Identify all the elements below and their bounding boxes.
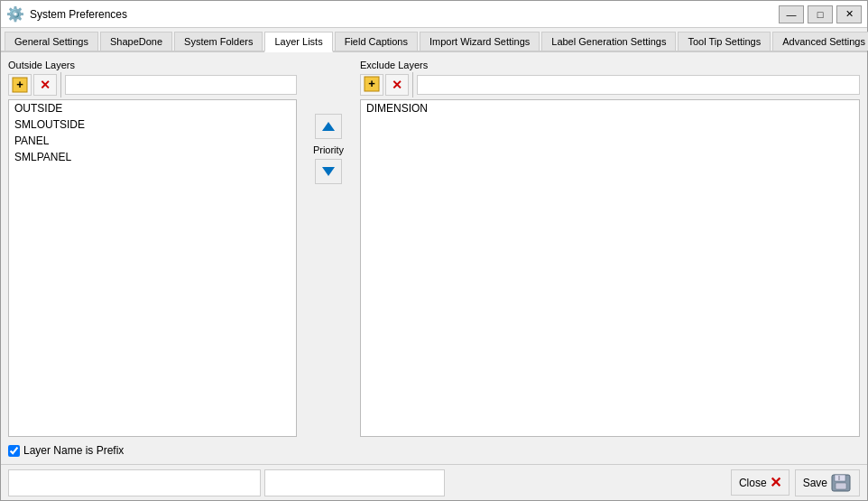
tab-general[interactable]: General Settings bbox=[5, 32, 98, 51]
add-exclude-layer-icon: + bbox=[364, 76, 380, 92]
checkbox-row: Layer Name is Prefix bbox=[8, 444, 860, 457]
minimize-button[interactable]: — bbox=[779, 5, 804, 23]
close-button[interactable]: Close ✕ bbox=[731, 469, 790, 496]
layer-name-prefix-checkbox[interactable] bbox=[8, 445, 20, 457]
svg-rect-6 bbox=[836, 483, 846, 489]
content-area: Outside Layers + ✕ bbox=[1, 52, 867, 464]
add-layer-icon: + bbox=[12, 77, 28, 93]
outside-layers-list[interactable]: OUTSIDE SMLOUTSIDE PANEL SMLPANEL bbox=[8, 99, 297, 437]
exclude-layers-list[interactable]: DIMENSION bbox=[360, 99, 860, 437]
close-window-button[interactable]: ✕ bbox=[836, 5, 862, 23]
list-item[interactable]: OUTSIDE bbox=[9, 100, 296, 116]
status-bar: Close ✕ Save bbox=[1, 464, 867, 500]
title-bar-left: ⚙️ System Preferences bbox=[6, 5, 127, 23]
tab-shapedone[interactable]: ShapeDone bbox=[100, 32, 172, 51]
up-arrow-icon bbox=[322, 122, 335, 131]
exclude-layers-input[interactable] bbox=[417, 75, 860, 95]
exclude-layers-panel: Exclude Layers + ✕ bbox=[360, 60, 860, 437]
main-window: ⚙️ System Preferences — □ ✕ General Sett… bbox=[0, 0, 868, 501]
save-button[interactable]: Save bbox=[795, 469, 860, 496]
window-title: System Preferences bbox=[30, 8, 127, 21]
svg-text:+: + bbox=[368, 77, 375, 90]
tab-importwizard[interactable]: Import Wizard Settings bbox=[420, 32, 540, 51]
status-segment-1 bbox=[8, 469, 261, 496]
tab-layerlists[interactable]: Layer Lists bbox=[264, 32, 332, 52]
save-disk-icon bbox=[830, 474, 852, 492]
close-x-icon: ✕ bbox=[770, 474, 781, 491]
layer-name-prefix-label[interactable]: Layer Name is Prefix bbox=[23, 444, 124, 457]
status-segment-2 bbox=[264, 469, 445, 496]
svg-rect-7 bbox=[838, 476, 840, 480]
exclude-toolbar-divider bbox=[412, 72, 413, 97]
maximize-button[interactable]: □ bbox=[808, 5, 833, 23]
down-arrow-icon bbox=[322, 167, 335, 176]
tab-sysfolders[interactable]: System Folders bbox=[174, 32, 263, 51]
close-label: Close bbox=[739, 477, 767, 489]
outside-layers-input[interactable] bbox=[65, 75, 297, 95]
outside-layers-add-button[interactable]: + bbox=[8, 74, 32, 96]
outside-layers-remove-button[interactable]: ✕ bbox=[33, 74, 57, 96]
svg-text:+: + bbox=[16, 78, 23, 91]
remove-exclude-icon: ✕ bbox=[392, 78, 402, 92]
tab-advanced[interactable]: Advanced Settings bbox=[772, 32, 868, 51]
priority-panel: Priority bbox=[297, 60, 360, 437]
title-bar: ⚙️ System Preferences — □ ✕ bbox=[1, 1, 867, 28]
outside-layers-label: Outside Layers bbox=[8, 60, 297, 70]
remove-icon: ✕ bbox=[40, 78, 51, 92]
save-label: Save bbox=[803, 477, 827, 489]
exclude-layers-remove-button[interactable]: ✕ bbox=[385, 74, 409, 96]
outside-layers-toolbar: + ✕ bbox=[8, 72, 297, 97]
tab-labelgen[interactable]: Label Generation Settings bbox=[541, 32, 676, 51]
outside-layers-panel: Outside Layers + ✕ bbox=[8, 60, 297, 437]
add-icon: + bbox=[12, 77, 28, 93]
list-item[interactable]: PANEL bbox=[9, 133, 296, 149]
priority-down-button[interactable] bbox=[315, 159, 342, 184]
panels-row: Outside Layers + ✕ bbox=[8, 60, 860, 437]
app-icon: ⚙️ bbox=[6, 5, 24, 23]
toolbar-divider bbox=[60, 72, 61, 97]
add-exclude-icon: + bbox=[364, 76, 380, 95]
list-item[interactable]: SMLPANEL bbox=[9, 149, 296, 165]
tabs-bar: General Settings ShapeDone System Folder… bbox=[1, 28, 867, 52]
priority-up-button[interactable] bbox=[315, 114, 342, 139]
tab-tooltip[interactable]: Tool Tip Settings bbox=[678, 32, 771, 51]
tab-fieldcaptions[interactable]: Field Captions bbox=[335, 32, 418, 51]
exclude-layers-toolbar: + ✕ bbox=[360, 72, 860, 97]
floppy-disk-icon bbox=[830, 474, 852, 492]
list-item[interactable]: DIMENSION bbox=[361, 100, 859, 116]
title-bar-controls: — □ ✕ bbox=[779, 5, 862, 23]
status-segments bbox=[8, 469, 725, 496]
exclude-layers-add-button[interactable]: + bbox=[360, 74, 383, 96]
exclude-layers-label: Exclude Layers bbox=[360, 60, 860, 70]
list-item[interactable]: SMLOUTSIDE bbox=[9, 116, 296, 133]
priority-label: Priority bbox=[313, 144, 344, 155]
